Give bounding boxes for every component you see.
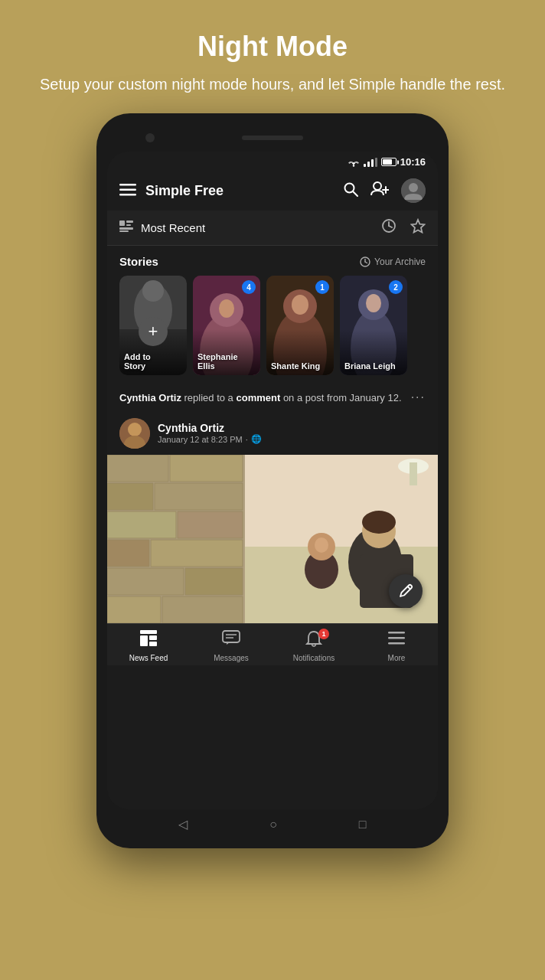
svg-rect-70	[223, 631, 240, 642]
post-author-meta: January 12 at 8:23 PM · 🌐	[158, 434, 262, 444]
svg-rect-73	[388, 632, 405, 634]
feed-section: Cynthia Ortiz replied to a comment on a …	[107, 381, 438, 809]
nav-label-news-feed: News Feed	[129, 654, 168, 662]
svg-point-60	[315, 537, 328, 553]
user-avatar[interactable]	[401, 178, 426, 203]
svg-rect-49	[151, 540, 243, 567]
compose-fab-button[interactable]	[389, 574, 423, 608]
svg-line-65	[408, 586, 411, 590]
status-time: 10:16	[400, 156, 426, 168]
phone-bottom-bezel: ◁ ○ □	[107, 809, 438, 835]
svg-line-5	[353, 191, 357, 196]
add-friend-icon[interactable]	[370, 181, 389, 201]
story-badge-briana: 2	[389, 280, 403, 294]
stories-scroll: + Add toStory 4 St	[107, 276, 438, 375]
post-image	[107, 455, 438, 623]
svg-point-24	[142, 280, 164, 302]
post-dot: ·	[246, 435, 248, 444]
svg-point-6	[374, 182, 381, 190]
svg-point-28	[219, 299, 234, 318]
svg-point-10	[409, 183, 418, 192]
home-gesture-icon[interactable]: ○	[269, 818, 277, 831]
svg-rect-75	[388, 642, 405, 645]
stories-title: Stories	[119, 255, 158, 268]
post-notif-author: Cynthia Ortiz	[119, 392, 181, 403]
svg-rect-1	[119, 184, 136, 186]
svg-rect-52	[107, 596, 161, 623]
phone-speaker	[242, 136, 303, 140]
post-globe-icon: 🌐	[251, 434, 262, 444]
recent-gesture-icon[interactable]: □	[359, 818, 367, 831]
svg-rect-68	[149, 635, 157, 640]
post-more-icon[interactable]: ···	[403, 390, 426, 404]
story-name-briana: Briana Leigh	[344, 361, 403, 371]
svg-rect-69	[149, 642, 157, 646]
nav-item-notifications[interactable]: 1 Notifications	[272, 630, 355, 662]
svg-rect-67	[140, 635, 148, 646]
stories-header: Stories Your Archive	[107, 255, 438, 268]
nav-item-messages[interactable]: Messages	[190, 630, 272, 662]
svg-rect-47	[178, 511, 243, 538]
svg-rect-42	[107, 455, 168, 482]
status-icons: 10:16	[348, 156, 426, 168]
story-card-shante[interactable]: 1 Shante King	[266, 276, 334, 375]
filter-label: Most Recent	[141, 221, 374, 234]
svg-rect-56	[410, 462, 417, 485]
nav-label-messages: Messages	[214, 654, 249, 662]
svg-rect-53	[162, 596, 243, 623]
svg-rect-15	[119, 230, 129, 232]
news-feed-icon	[139, 630, 158, 652]
nav-label-more: More	[388, 654, 406, 662]
phone-screen: 10:16 Simple Free	[107, 152, 438, 809]
svg-rect-2	[119, 188, 136, 191]
stories-archive-button[interactable]: Your Archive	[360, 256, 426, 267]
story-name-shante: Shante King	[271, 361, 329, 371]
svg-rect-11	[119, 220, 125, 226]
story-card-briana[interactable]: 2 Briana Leigh	[340, 276, 407, 375]
page-title: Night Mode	[40, 31, 505, 63]
svg-rect-12	[126, 220, 133, 223]
post-notif-mid: replied to a	[184, 392, 237, 403]
page-header: Night Mode Setup your custom night mode …	[9, 0, 536, 113]
add-story-circle[interactable]: +	[139, 317, 168, 346]
filter-grid-icon[interactable]	[119, 220, 133, 236]
story-add-card[interactable]: + Add toStory	[119, 276, 187, 375]
back-gesture-icon[interactable]: ◁	[178, 817, 188, 831]
svg-point-64	[362, 511, 396, 534]
notifications-badge: 1	[318, 629, 329, 639]
hamburger-menu-icon[interactable]	[119, 182, 136, 200]
svg-rect-14	[119, 227, 133, 230]
more-icon	[387, 630, 406, 652]
svg-marker-19	[412, 220, 425, 233]
nav-label-notifications: Notifications	[293, 654, 335, 662]
svg-rect-50	[107, 568, 184, 595]
story-card-stephanie[interactable]: 4 Stephanie Ellis	[193, 276, 260, 375]
post-author-info: Cynthia Ortiz January 12 at 8:23 PM · 🌐	[158, 422, 262, 444]
story-badge-stephanie: 4	[242, 280, 256, 294]
nav-item-news-feed[interactable]: News Feed	[107, 630, 190, 662]
phone-device: 10:16 Simple Free	[96, 113, 449, 848]
post-notif-end: on a post from January 12.	[283, 392, 402, 403]
wifi-icon	[348, 158, 360, 167]
star-icon[interactable]	[410, 218, 426, 237]
bottom-nav: News Feed Messages	[107, 623, 438, 665]
phone-camera	[145, 133, 155, 142]
nav-item-more[interactable]: More	[355, 630, 438, 662]
archive-label: Your Archive	[374, 256, 426, 267]
svg-point-32	[292, 295, 308, 315]
signal-bars-icon	[364, 158, 377, 167]
post-author-name: Cynthia Ortiz	[158, 422, 262, 434]
filter-bar: Most Recent	[107, 211, 438, 246]
filter-actions	[381, 218, 426, 237]
status-bar: 10:16	[107, 152, 438, 171]
story-add-label: Add toStory	[124, 352, 182, 371]
svg-rect-45	[155, 483, 243, 510]
app-title: Simple Free	[145, 183, 334, 199]
stories-section: Stories Your Archive	[107, 246, 438, 381]
svg-rect-13	[126, 224, 131, 226]
battery-icon	[381, 158, 397, 166]
clock-icon[interactable]	[381, 218, 397, 237]
svg-rect-48	[107, 540, 149, 567]
search-icon[interactable]	[343, 181, 358, 201]
svg-rect-46	[107, 511, 176, 538]
